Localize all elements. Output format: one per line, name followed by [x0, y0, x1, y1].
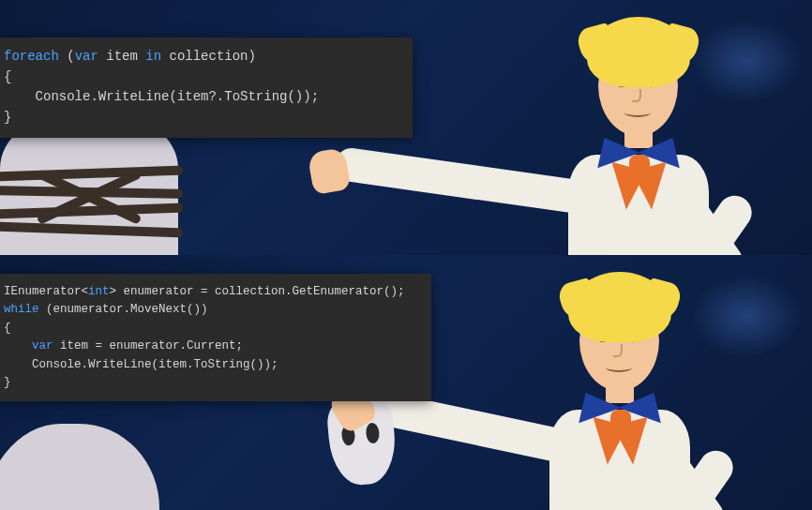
- hair: [568, 272, 671, 342]
- hair: [587, 17, 690, 87]
- code-text: (: [59, 49, 75, 64]
- keyword-while: while: [4, 303, 39, 316]
- code-indent: [4, 339, 32, 352]
- arm-reaching: [333, 146, 597, 217]
- keyword-var: var: [75, 49, 98, 64]
- code-snippet-foreach: foreach (var item in collection) { Conso…: [0, 38, 413, 138]
- code-text: > enumerator = collection.GetEnumerator(…: [110, 285, 405, 298]
- villain-body: [0, 424, 159, 510]
- code-text: item: [98, 49, 145, 64]
- keyword-int: int: [88, 285, 110, 298]
- brace-open: {: [4, 322, 11, 335]
- fred-character: [484, 264, 765, 510]
- code-text: item = enumerator.Current;: [53, 339, 244, 352]
- unmasked-villain: [0, 424, 188, 510]
- fred-character: [503, 9, 784, 255]
- code-text: collection): [161, 49, 256, 64]
- code-line: Console.WriteLine(item?.ToString());: [4, 89, 319, 104]
- code-snippet-enumerator: IEnumerator<int> enumerator = collection…: [0, 274, 431, 401]
- code-line: Console.WriteLine(item.ToString());: [4, 358, 278, 371]
- brace-close: }: [4, 110, 11, 125]
- brace-close: }: [4, 376, 11, 389]
- keyword-foreach: foreach: [4, 49, 59, 64]
- code-text: IEnumerator<: [4, 285, 88, 298]
- code-text: (enumerator.MoveNext()): [39, 303, 208, 316]
- keyword-var: var: [32, 339, 53, 352]
- keyword-in: in: [145, 49, 161, 64]
- brace-open: {: [4, 69, 11, 84]
